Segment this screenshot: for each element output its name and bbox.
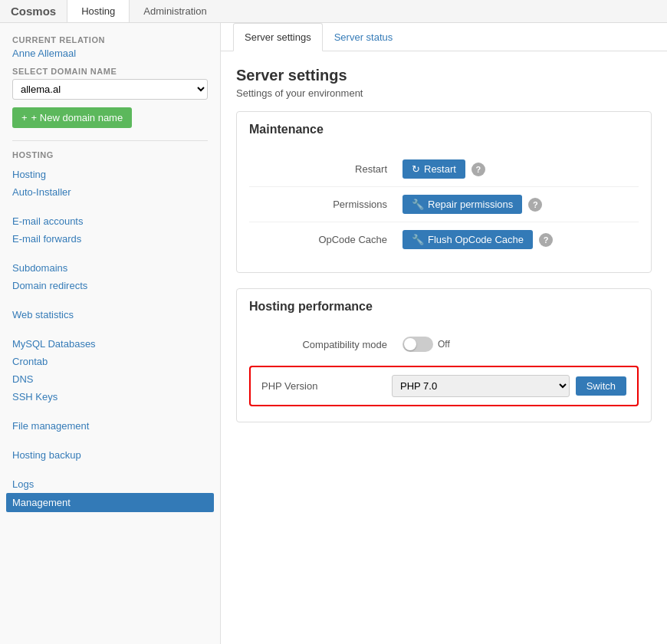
current-relation-section: CURRENT RELATION Anne Allemaal SELECT DO… bbox=[12, 35, 208, 128]
toggle-container: Off bbox=[402, 337, 450, 352]
restart-button[interactable]: ↻ Restart bbox=[402, 159, 465, 179]
php-version-select[interactable]: PHP 7.0 PHP 5.6 PHP 7.1 PHP 7.2 bbox=[392, 375, 570, 397]
opcode-label: OpCode Cache bbox=[249, 234, 402, 245]
sidebar-item-hosting-backup[interactable]: Hosting backup bbox=[12, 446, 208, 464]
toggle-off-label: Off bbox=[438, 339, 450, 350]
switch-button[interactable]: Switch bbox=[576, 376, 626, 396]
content-area: Server settings Settings of your environ… bbox=[221, 51, 667, 453]
domain-select[interactable]: allema.al bbox=[12, 79, 208, 100]
restart-action: ↻ Restart ? bbox=[402, 159, 485, 179]
sidebar-item-dns[interactable]: DNS bbox=[12, 370, 208, 388]
nav-tab-administration[interactable]: Administration bbox=[130, 0, 220, 22]
tab-server-status[interactable]: Server status bbox=[323, 23, 405, 51]
layout: CURRENT RELATION Anne Allemaal SELECT DO… bbox=[0, 23, 667, 644]
performance-card: Hosting performance Compatibility mode O… bbox=[236, 288, 652, 422]
opcode-action: 🔧 Flush OpCode Cache ? bbox=[402, 230, 553, 249]
hosting-section-label: HOSTING bbox=[12, 150, 208, 159]
top-nav: Cosmos Hosting Administration bbox=[0, 0, 667, 23]
php-version-label: PHP Version bbox=[261, 380, 392, 392]
php-version-row: PHP Version PHP 7.0 PHP 5.6 PHP 7.1 PHP … bbox=[249, 366, 639, 406]
restart-button-label: Restart bbox=[424, 163, 456, 175]
opcode-help-icon[interactable]: ? bbox=[539, 233, 553, 247]
opcode-row: OpCode Cache 🔧 Flush OpCode Cache ? bbox=[249, 222, 639, 257]
sidebar-item-mysql[interactable]: MySQL Databases bbox=[12, 335, 208, 353]
sidebar-item-subdomains[interactable]: Subdomains bbox=[12, 259, 208, 277]
current-relation-label: CURRENT RELATION bbox=[12, 35, 208, 44]
maintenance-card: Maintenance Restart ↻ Restart ? bbox=[236, 111, 652, 273]
flush-opcode-label: Flush OpCode Cache bbox=[428, 234, 524, 245]
performance-title: Hosting performance bbox=[237, 289, 651, 321]
restart-label: Restart bbox=[249, 163, 402, 175]
flush-icon: 🔧 bbox=[412, 234, 424, 245]
new-domain-button[interactable]: + + New domain name bbox=[12, 107, 132, 128]
sidebar: CURRENT RELATION Anne Allemaal SELECT DO… bbox=[0, 23, 221, 644]
main-content: Server settings Server status Server set… bbox=[221, 23, 667, 644]
sidebar-item-email-forwards[interactable]: E-mail forwards bbox=[12, 230, 208, 248]
sidebar-item-logs[interactable]: Logs bbox=[12, 475, 208, 493]
permissions-label: Permissions bbox=[249, 199, 402, 210]
compatibility-label: Compatibility mode bbox=[249, 339, 402, 350]
repair-permissions-label: Repair permissions bbox=[428, 199, 513, 210]
sidebar-item-crontab[interactable]: Crontab bbox=[12, 353, 208, 370]
sidebar-item-web-statistics[interactable]: Web statistics bbox=[12, 306, 208, 324]
plus-icon: + bbox=[21, 112, 28, 123]
performance-body: Compatibility mode Off PHP Version PHP 7… bbox=[237, 321, 651, 422]
brand-logo: Cosmos bbox=[0, 5, 67, 18]
domain-select-label: SELECT DOMAIN NAME bbox=[12, 67, 208, 76]
repair-permissions-button[interactable]: 🔧 Repair permissions bbox=[402, 195, 522, 214]
compatibility-row: Compatibility mode Off bbox=[249, 329, 639, 360]
compatibility-toggle[interactable] bbox=[402, 337, 433, 352]
sidebar-item-file-management[interactable]: File management bbox=[12, 417, 208, 435]
sidebar-divider bbox=[12, 140, 208, 141]
page-subtitle: Settings of your environment bbox=[236, 87, 652, 99]
sidebar-item-management[interactable]: Management bbox=[6, 493, 214, 512]
restart-row: Restart ↻ Restart ? bbox=[249, 152, 639, 186]
tab-bar: Server settings Server status bbox=[221, 23, 667, 51]
maintenance-title: Maintenance bbox=[237, 112, 651, 144]
permissions-row: Permissions 🔧 Repair permissions ? bbox=[249, 186, 639, 222]
sidebar-item-hosting[interactable]: Hosting bbox=[12, 166, 208, 183]
sidebar-item-ssh-keys[interactable]: SSH Keys bbox=[12, 388, 208, 406]
current-user-link[interactable]: Anne Allemaal bbox=[12, 48, 76, 59]
maintenance-body: Restart ↻ Restart ? Permissions bbox=[237, 144, 651, 272]
permissions-action: 🔧 Repair permissions ? bbox=[402, 195, 542, 214]
wrench-icon: 🔧 bbox=[412, 199, 424, 210]
nav-tab-hosting[interactable]: Hosting bbox=[67, 0, 130, 22]
page-title: Server settings bbox=[236, 67, 652, 84]
sidebar-item-auto-installer[interactable]: Auto-Installer bbox=[12, 183, 208, 201]
new-domain-label: + New domain name bbox=[31, 112, 123, 123]
sidebar-item-domain-redirects[interactable]: Domain redirects bbox=[12, 277, 208, 294]
tab-server-settings[interactable]: Server settings bbox=[233, 23, 323, 51]
sidebar-links: Hosting Auto-Installer E-mail accounts E… bbox=[12, 166, 208, 512]
restart-icon: ↻ bbox=[412, 163, 420, 175]
permissions-help-icon[interactable]: ? bbox=[528, 198, 542, 212]
flush-opcode-button[interactable]: 🔧 Flush OpCode Cache bbox=[402, 230, 533, 249]
restart-help-icon[interactable]: ? bbox=[472, 163, 485, 176]
sidebar-item-email-accounts[interactable]: E-mail accounts bbox=[12, 212, 208, 230]
